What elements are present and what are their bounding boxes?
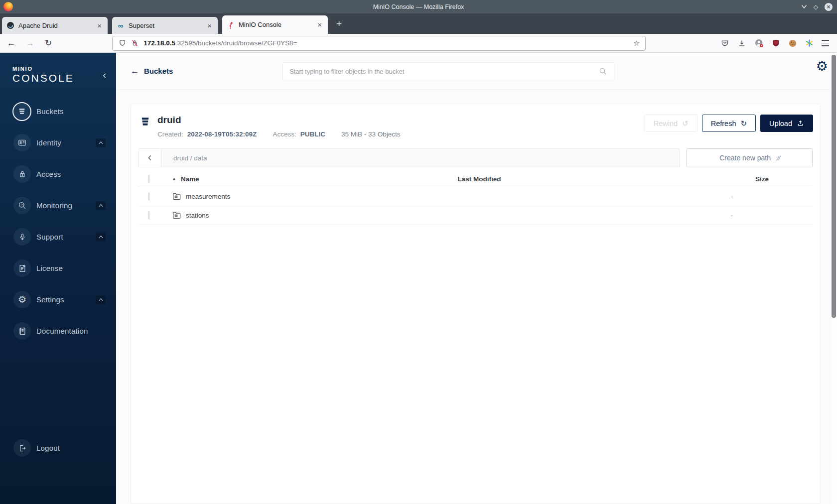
menu-hamburger-icon[interactable] [822,40,829,46]
window-title: MinIO Console — Mozilla Firefox [373,3,464,10]
select-all-checkbox[interactable] [148,175,149,183]
back-icon[interactable]: ← [7,38,15,48]
bucket-info: druid Created: 2022-08-19T05:32:09Z Acce… [157,115,400,138]
page-scrollbar [831,53,837,504]
window-titlebar: MinIO Console — Mozilla Firefox ◇ × [0,0,837,13]
sidebar-collapse-icon[interactable] [101,72,108,80]
chevron-up-icon[interactable] [96,201,106,210]
pocket-icon[interactable] [720,39,729,48]
tab-apache-druid[interactable]: Apache Druid × [2,17,108,34]
insecure-lock-icon[interactable] [131,39,139,47]
column-header-name[interactable]: ▲ Name [160,175,360,183]
downloads-icon[interactable] [737,39,746,48]
logo-line2: CONSOLE [12,72,116,84]
folder-icon [172,192,181,201]
create-new-path-button[interactable]: Create new path :// [687,148,813,167]
table-row[interactable]: measurements - [139,187,813,206]
forward-icon[interactable]: → [26,38,34,48]
cookie-extension-icon[interactable] [788,39,797,48]
rewind-icon: ↺ [682,119,689,128]
tab-close-icon[interactable]: × [206,21,213,30]
rewind-button[interactable]: Rewind ↺ [645,115,698,132]
table-row[interactable]: stations - [139,206,813,225]
sidebar-item-label: Access [36,170,61,178]
ublock-shield-icon[interactable] [772,39,780,47]
reload-icon[interactable]: ↻ [45,38,52,48]
column-header-size[interactable]: Size [599,175,813,183]
sidebar-item-buckets[interactable]: Buckets [0,96,116,127]
bucket-meta: Created: 2022-08-19T05:32:09Z Access: PU… [157,130,400,138]
logout-icon [13,439,31,457]
tab-superset[interactable]: ∞ Superset × [112,17,218,34]
bucket-actions: Rewind ↺ Refresh ↻ Upload [645,115,813,138]
url-text: 172.18.0.5:32595/buckets/druid/browse/ZG… [143,39,297,47]
path-back-chevron-icon[interactable] [139,149,161,167]
object-name-cell[interactable]: measurements [160,192,360,201]
asterisk-extension-icon[interactable] [805,39,814,47]
sidebar-item-license[interactable]: License [0,252,116,284]
firefox-window: MinIO Console — Mozilla Firefox ◇ × Apac… [0,0,837,504]
path-bar: druid / data [139,148,680,167]
minimize-icon[interactable] [801,4,807,9]
monitoring-icon [13,197,31,214]
access-value: PUBLIC [300,130,325,138]
tab-close-icon[interactable]: × [316,20,323,29]
sidebar-item-label: Support [36,233,63,241]
sidebar-item-support[interactable]: Support [0,221,116,252]
folder-icon [172,211,181,220]
chevron-up-icon[interactable] [96,233,106,241]
sidebar-item-monitoring[interactable]: Monitoring [0,190,116,221]
sidebar-item-logout[interactable]: Logout [0,432,116,464]
column-header-last-modified[interactable]: Last Modified [360,175,599,183]
account-extension-icon[interactable] [754,38,764,48]
bucket-name: druid [157,115,400,126]
upload-button[interactable]: Upload [760,115,813,132]
object-name: stations [186,212,209,219]
sidebar-item-label: License [36,264,63,272]
object-size: - [599,212,813,219]
lock-icon [13,165,31,183]
scrollbar-thumb[interactable] [832,55,836,318]
tab-close-icon[interactable]: × [96,21,103,30]
content-area: druid Created: 2022-08-19T05:32:09Z Acce… [116,90,837,504]
tracking-shield-icon[interactable] [118,39,127,47]
chevron-up-icon[interactable] [96,295,106,304]
path-slashes-icon: :// [776,154,780,162]
created-value: 2022-08-19T05:32:09Z [187,130,257,138]
url-bar[interactable]: 172.18.0.5:32595/buckets/druid/browse/ZG… [112,36,646,51]
sidebar-item-label: Monitoring [36,201,72,210]
tab-minio-console[interactable]: MinIO Console × [222,15,328,34]
minio-favicon [227,21,235,29]
firefox-logo-icon [3,2,13,11]
bookmark-star-icon[interactable]: ☆ [633,39,640,48]
sidebar-item-settings[interactable]: ⚙ Settings [0,284,116,315]
row-checkbox[interactable] [148,192,149,201]
object-name: measurements [186,193,230,200]
access-label: Access: [273,130,296,138]
new-tab-button[interactable]: + [336,18,342,29]
maximize-icon[interactable]: ◇ [814,4,818,10]
sidebar-item-label: Settings [36,295,64,304]
sidebar-item-identity[interactable]: Identity [0,127,116,158]
tab-label: Superset [129,22,206,29]
support-mic-icon [13,228,31,246]
sidebar-menu: Buckets Identity Access [0,96,116,347]
row-checkbox[interactable] [148,211,149,220]
back-to-buckets-link[interactable]: ← Buckets [131,66,173,76]
chevron-up-icon[interactable] [96,138,106,147]
close-icon[interactable]: × [825,3,833,11]
sidebar-item-access[interactable]: Access [0,158,116,190]
console-settings-gear-icon[interactable]: ⚙ [816,60,828,73]
select-all-cell [139,175,160,183]
breadcrumb[interactable]: druid / data [161,154,207,162]
upload-icon [797,120,804,127]
sidebar-item-documentation[interactable]: Documentation [0,315,116,347]
book-icon [13,322,31,340]
refresh-button[interactable]: Refresh ↻ [702,115,756,132]
object-name-cell[interactable]: stations [160,211,360,220]
refresh-label: Refresh [711,120,736,127]
back-label: Buckets [144,67,173,75]
browser-toolbar: ← → ↻ 172.18.0.5:32595/buckets/druid/bro… [0,34,837,53]
create-path-label: Create new path [719,154,771,162]
search-input[interactable] [289,68,598,75]
